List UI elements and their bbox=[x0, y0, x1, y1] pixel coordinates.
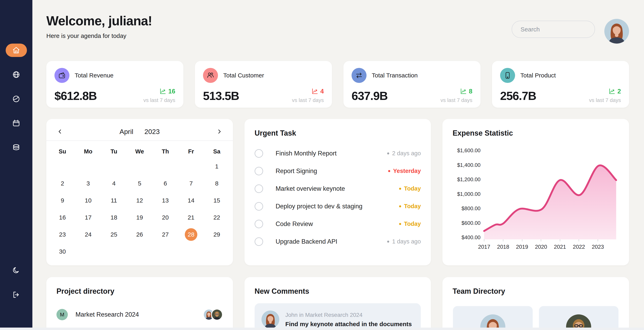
calendar-weekday-row: SuMoTuWeThFrSa bbox=[46, 146, 233, 156]
calendar-day[interactable]: 16 bbox=[50, 209, 75, 226]
theme-toggle[interactable] bbox=[6, 264, 27, 277]
comment-message: Find my keynote attached in the document… bbox=[285, 321, 412, 327]
calendar-weekday: Tu bbox=[101, 146, 127, 156]
next-month-button[interactable] bbox=[214, 126, 225, 137]
calendar-day[interactable]: 27 bbox=[152, 226, 178, 243]
task-checkbox[interactable] bbox=[254, 167, 263, 175]
calendar-day bbox=[152, 243, 178, 260]
search-bar[interactable] bbox=[512, 21, 595, 38]
task-due: Yesterday bbox=[388, 168, 421, 174]
calendar-day[interactable]: 2 bbox=[50, 175, 75, 192]
task-row: Market overview keynoteToday bbox=[254, 180, 421, 198]
trend-value: 8 bbox=[469, 88, 472, 95]
project-list: MMarket Research 2024NNew Research bbox=[46, 304, 233, 330]
pie-chart-icon bbox=[12, 94, 21, 103]
calendar-year: 2023 bbox=[144, 128, 160, 136]
calendar-title: April 2023 bbox=[66, 128, 214, 136]
calendar-day[interactable]: 21 bbox=[178, 209, 204, 226]
stat-card-total-transaction: Total Transaction 637.9B 8 vs last 7 day… bbox=[344, 61, 480, 108]
stat-value: 256.7B bbox=[500, 89, 536, 103]
task-checkbox[interactable] bbox=[254, 202, 263, 211]
task-row: Finish Monthly Report2 days ago bbox=[254, 144, 421, 162]
calendar-day[interactable]: 14 bbox=[178, 192, 204, 209]
sidebar-nav bbox=[0, 0, 32, 154]
due-dot-icon bbox=[399, 223, 401, 225]
calendar-weekday: We bbox=[127, 146, 152, 156]
nav-globe[interactable] bbox=[6, 68, 27, 81]
calendar-day[interactable]: 9 bbox=[50, 192, 75, 209]
calendar-day[interactable]: 7 bbox=[178, 175, 204, 192]
comment-item[interactable]: John in Market Research 2024 Find my key… bbox=[254, 303, 421, 330]
calendar-day[interactable]: 15 bbox=[204, 192, 230, 209]
stat-label: Total Customer bbox=[223, 72, 264, 79]
comment-meta: John in Market Research 2024 bbox=[285, 312, 412, 318]
calendar-day-selected[interactable]: 28 bbox=[178, 226, 204, 243]
logout-button[interactable] bbox=[6, 288, 27, 301]
calendar-day[interactable]: 8 bbox=[204, 175, 230, 192]
calendar-day[interactable]: 4 bbox=[101, 175, 127, 192]
new-comments-card: New Comments John in Market Research 202… bbox=[244, 277, 431, 330]
trend-value: 16 bbox=[168, 88, 175, 95]
task-checkbox[interactable] bbox=[254, 149, 263, 158]
due-text: Today bbox=[404, 203, 421, 210]
task-checkbox[interactable] bbox=[254, 220, 263, 228]
trend-indicator: 8 bbox=[440, 88, 472, 95]
project-row[interactable]: MMarket Research 2024 bbox=[46, 304, 233, 325]
calendar-day[interactable]: 1 bbox=[204, 158, 230, 175]
calendar-day[interactable]: 3 bbox=[75, 175, 101, 192]
calendar-day[interactable]: 11 bbox=[101, 192, 127, 209]
urgent-task-card: Urgent Task Finish Monthly Report2 days … bbox=[244, 119, 431, 265]
y-axis-label: $1,400.00 bbox=[442, 162, 480, 168]
y-axis-label: $800.00 bbox=[442, 205, 480, 212]
calendar-day[interactable]: 13 bbox=[152, 192, 178, 209]
calendar-day[interactable]: 22 bbox=[204, 209, 230, 226]
chevron-left-icon bbox=[57, 128, 63, 135]
calendar-day[interactable]: 23 bbox=[50, 226, 75, 243]
calendar-day[interactable]: 5 bbox=[127, 175, 152, 192]
nav-pie-chart[interactable] bbox=[6, 92, 27, 106]
horizontal-scrollbar[interactable] bbox=[0, 327, 644, 330]
due-dot-icon bbox=[387, 152, 389, 154]
page-header: Welcome, juliana! Here is your agenda fo… bbox=[46, 13, 629, 44]
y-axis-label: $1,000.00 bbox=[442, 191, 480, 197]
calendar-day[interactable]: 10 bbox=[75, 192, 101, 209]
calendar-day[interactable]: 29 bbox=[204, 226, 230, 243]
user-avatar[interactable] bbox=[604, 19, 629, 44]
nav-calendar[interactable] bbox=[6, 117, 27, 130]
calendar-card: April 2023 SuMoTuWeThFrSa 12345678910111… bbox=[46, 119, 233, 265]
prev-month-button[interactable] bbox=[54, 126, 66, 137]
x-axis-label: 2020 bbox=[531, 244, 551, 250]
calendar-day[interactable]: 12 bbox=[127, 192, 152, 209]
calendar-day[interactable]: 25 bbox=[101, 226, 127, 243]
calendar-day bbox=[127, 243, 152, 260]
calendar-day[interactable]: 17 bbox=[75, 209, 101, 226]
project-member-avatars bbox=[203, 309, 223, 320]
team-member-card[interactable] bbox=[539, 306, 618, 330]
calendar-day[interactable]: 6 bbox=[152, 175, 178, 192]
calendar-day bbox=[178, 243, 204, 260]
task-due: Today bbox=[399, 185, 421, 192]
calendar-day[interactable]: 26 bbox=[127, 226, 152, 243]
calendar-day[interactable]: 18 bbox=[101, 209, 127, 226]
x-axis-label: 2022 bbox=[569, 244, 589, 250]
y-axis-label: $600.00 bbox=[442, 220, 480, 226]
task-label: Upgrade Backend API bbox=[276, 238, 338, 245]
project-initial-badge: M bbox=[56, 309, 68, 320]
search-input[interactable] bbox=[520, 26, 599, 33]
nav-home[interactable] bbox=[6, 44, 27, 57]
transfer-arrows-icon bbox=[352, 68, 366, 83]
calendar-day[interactable]: 20 bbox=[152, 209, 178, 226]
sidebar bbox=[0, 0, 32, 330]
nav-database[interactable] bbox=[6, 141, 27, 154]
calendar-day[interactable]: 30 bbox=[50, 243, 75, 260]
stat-card-total-customer: Total Customer 513.5B 4 vs last 7 days bbox=[195, 61, 332, 108]
calendar-day[interactable]: 19 bbox=[127, 209, 152, 226]
task-checkbox[interactable] bbox=[254, 237, 263, 246]
due-text: 1 days ago bbox=[392, 238, 421, 245]
member-avatar bbox=[211, 309, 223, 320]
team-member-card[interactable] bbox=[453, 306, 532, 330]
calendar-day[interactable]: 24 bbox=[75, 226, 101, 243]
x-axis-label: 2023 bbox=[588, 244, 608, 250]
calendar-divider bbox=[46, 140, 233, 141]
task-checkbox[interactable] bbox=[254, 185, 263, 193]
